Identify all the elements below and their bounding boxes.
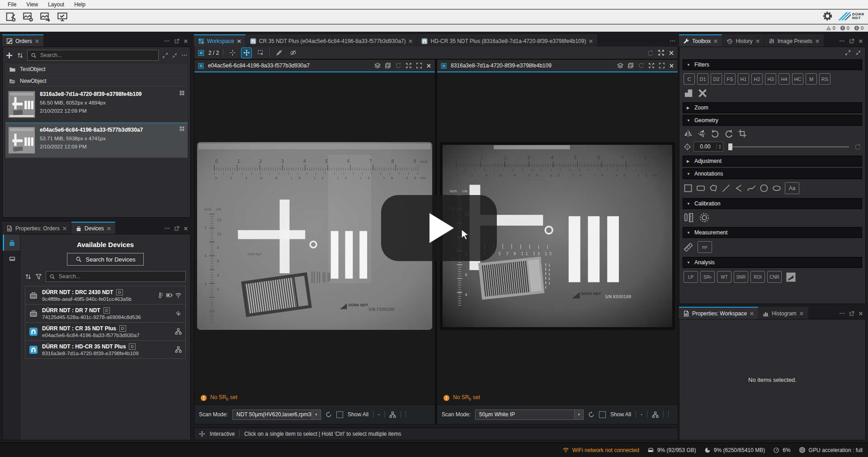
tab-overflow-icon[interactable] — [670, 38, 675, 44]
close-icon[interactable] — [237, 39, 241, 43]
viewer-checkbox-icon[interactable] — [441, 63, 447, 69]
annotation-line-icon[interactable] — [722, 184, 731, 193]
filter-d1-button[interactable]: D1 — [697, 73, 708, 85]
sort-icon[interactable] — [17, 52, 24, 59]
refresh-icon[interactable] — [588, 411, 594, 418]
gallery-icon[interactable] — [385, 62, 391, 69]
annotation-text-tool[interactable]: Aa — [785, 182, 799, 194]
tab-workspace[interactable]: Workspace — [194, 34, 245, 47]
show-all-checkbox[interactable] — [336, 411, 343, 418]
popout-icon[interactable] — [174, 226, 179, 231]
close-panel-icon[interactable] — [859, 39, 863, 43]
gallery-icon[interactable] — [627, 62, 634, 69]
device-row[interactable]: DÜRR NDT : DR 7 NDTD 74125d45-528a-401c-… — [25, 304, 186, 323]
close-icon[interactable] — [815, 39, 820, 43]
maximize-icon[interactable] — [658, 49, 665, 56]
close-icon[interactable] — [107, 226, 111, 231]
fullscreen-icon[interactable] — [659, 62, 665, 69]
tab-history[interactable]: History — [722, 34, 764, 47]
popout-icon[interactable] — [174, 38, 179, 44]
pan-tool[interactable] — [241, 48, 251, 58]
order-item[interactable]: 8316a3e8-7d1a-4720-8f39-e3798fe4b109 56.… — [5, 87, 188, 122]
filter-fs-button[interactable]: FS — [724, 73, 736, 85]
refresh-icon[interactable] — [326, 411, 332, 418]
crosshair-tool[interactable] — [227, 48, 237, 58]
scan-mode-select[interactable]: NDT 50µm(HV620,laser6,rpm3000) ▼ — [232, 409, 321, 420]
rotation-slider[interactable] — [728, 146, 849, 148]
close-icon[interactable] — [713, 39, 718, 43]
orders-search[interactable] — [27, 50, 159, 61]
flip-vertical-icon[interactable] — [697, 129, 706, 138]
filter-hc-button[interactable]: HC — [792, 73, 803, 85]
tab-toolbox[interactable]: Toolbox — [679, 34, 722, 47]
folder-testobject[interactable]: TestObject — [5, 64, 188, 75]
tab-image-presets[interactable]: Image Presets — [764, 34, 824, 47]
close-icon[interactable] — [589, 39, 593, 43]
show-all-checkbox[interactable] — [599, 411, 606, 418]
close-panel-icon[interactable] — [184, 226, 188, 231]
filter-h3-button[interactable]: H3 — [765, 73, 776, 85]
annotation-circle-icon[interactable] — [760, 184, 769, 193]
menu-view[interactable]: View — [21, 1, 43, 8]
spin-down-icon[interactable]: ▼ — [719, 147, 722, 149]
close-workspace-icon[interactable] — [669, 50, 674, 56]
panel-menu-icon[interactable] — [164, 38, 170, 44]
layers-icon[interactable] — [374, 62, 381, 69]
wifi-status[interactable]: WiFi network not connected — [562, 447, 639, 453]
section-zoom[interactable]: ▶Zoom — [683, 102, 862, 113]
annotation-angle-icon[interactable] — [734, 184, 743, 193]
analysis-cnr-button[interactable]: CNR — [767, 271, 782, 283]
video-play-overlay[interactable] — [381, 195, 497, 261]
calibration-circle-icon[interactable] — [699, 212, 710, 223]
custom-filter-icon[interactable] — [684, 88, 693, 98]
free-rotation-icon[interactable] — [684, 143, 691, 151]
collapse-diagonal-icon[interactable] — [172, 52, 178, 58]
close-icon[interactable] — [750, 311, 754, 316]
analysis-roi-button[interactable]: ROI — [750, 271, 765, 283]
search-for-devices-button[interactable]: Search for Devices — [67, 253, 144, 266]
calibration-length-icon[interactable] — [684, 212, 694, 223]
new-order-icon[interactable] — [5, 11, 16, 22]
section-annotations[interactable]: ▼Annotations — [683, 168, 862, 179]
filter-m-button[interactable]: M — [806, 73, 817, 85]
close-icon[interactable] — [799, 311, 804, 316]
tab-properties-workspace[interactable]: Properties: Workspace — [679, 307, 758, 319]
info-counter[interactable]: 0 — [854, 25, 863, 31]
popout-icon[interactable] — [849, 311, 854, 316]
rotate-cw-icon[interactable] — [711, 129, 720, 138]
more-options-icon[interactable] — [181, 52, 188, 58]
hide-overlays-tool[interactable] — [288, 48, 298, 58]
expand-all-icon[interactable] — [845, 50, 851, 56]
add-order-icon[interactable] — [5, 52, 13, 59]
section-measurement[interactable]: ▼Measurement — [683, 227, 862, 238]
grid-view-icon[interactable] — [179, 90, 185, 96]
collapse-button[interactable]: - — [378, 411, 380, 418]
device-row[interactable]: DÜRR NDT : DRC 2430 NDTD 9c4ff8fe-aeaf-4… — [25, 286, 186, 305]
fit-view-icon[interactable] — [406, 62, 412, 69]
annotation-square-icon[interactable] — [684, 184, 693, 193]
filter-h4-button[interactable]: H4 — [778, 73, 790, 85]
crop-icon[interactable] — [738, 129, 747, 138]
panel-menu-icon[interactable] — [839, 38, 845, 44]
orders-search-input[interactable] — [39, 52, 155, 59]
filter-h1-button[interactable]: H1 — [738, 73, 749, 85]
warning-counter[interactable]: 0 — [826, 25, 835, 31]
tab-cr35[interactable]: CR 35 NDT Plus (e04ac5e6-6c84-4196-8a33-… — [246, 34, 417, 47]
network-icon[interactable] — [389, 411, 396, 418]
menu-layout[interactable]: Layout — [43, 1, 69, 8]
viewer-checkbox-icon[interactable] — [198, 63, 204, 69]
analysis-wt-button[interactable]: WT — [717, 271, 731, 283]
settings-gear-icon[interactable] — [822, 11, 833, 21]
reset-rotation-icon[interactable] — [854, 143, 861, 150]
tab-hdcr35[interactable]: HD-CR 35 NDT Plus (8316a3e8-7d1a-4720-8f… — [417, 34, 597, 47]
rotation-spinbox[interactable]: 0.00 ▲▼ — [693, 142, 723, 152]
panel-menu-icon[interactable] — [164, 225, 170, 231]
panel-menu-icon[interactable] — [839, 310, 845, 316]
hide-annotations-tool[interactable] — [274, 48, 284, 58]
analysis-lp-button[interactable]: LP — [684, 271, 698, 283]
filter-rs-button[interactable]: RS — [819, 73, 830, 85]
section-analysis[interactable]: ▼Analysis — [683, 257, 862, 268]
filter-c-button[interactable]: C — [684, 73, 695, 85]
tab-orders[interactable]: Orders — [2, 34, 43, 47]
add-image-icon[interactable] — [23, 11, 33, 22]
